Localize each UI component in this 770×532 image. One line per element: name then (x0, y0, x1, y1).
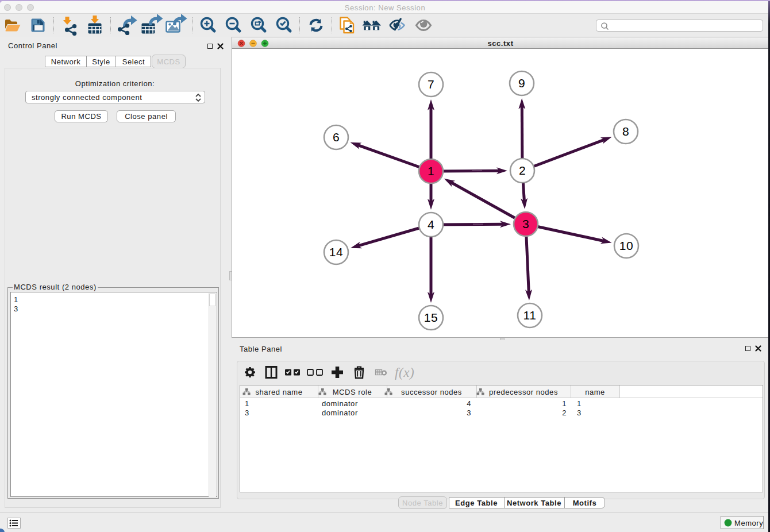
svg-text:15: 15 (424, 311, 438, 324)
svg-text:11: 11 (523, 309, 537, 322)
svg-text:7: 7 (428, 78, 434, 91)
svg-text:8: 8 (622, 125, 629, 138)
svg-text:6: 6 (333, 130, 340, 144)
svg-text:3: 3 (522, 217, 529, 230)
svg-text:9: 9 (518, 76, 525, 90)
svg-text:14: 14 (329, 245, 343, 259)
svg-text:4: 4 (428, 218, 434, 231)
svg-text:1: 1 (428, 164, 434, 178)
svg-text:10: 10 (619, 239, 633, 252)
svg-text:f(x): f(x) (395, 365, 414, 380)
svg-text:2: 2 (519, 164, 526, 177)
